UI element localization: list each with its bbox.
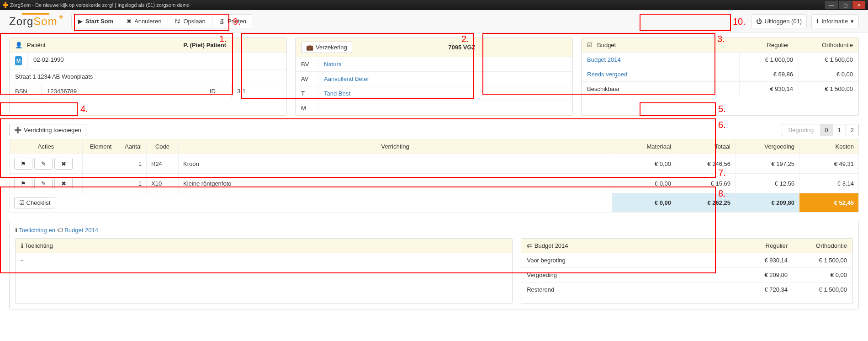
gender-cell: M	[10, 53, 28, 69]
edit-button[interactable]: ✎	[34, 158, 53, 170]
start-som-button[interactable]: ▶ Start Som	[72, 15, 120, 28]
budget-link[interactable]: Budget 2014	[64, 227, 98, 234]
budget2-row-regulier: € 930,14	[734, 253, 793, 267]
address: Straat 1 1234 AB Woonplaats	[10, 69, 286, 84]
toelichting-link[interactable]: Toelichting en	[19, 227, 55, 234]
toelichting-body: -	[16, 253, 512, 303]
printen-button[interactable]: 🖨 Printen	[212, 15, 253, 28]
id-value: 3-1	[232, 84, 286, 98]
edit-button[interactable]: ✎	[34, 177, 53, 189]
th-element: Element	[83, 139, 119, 154]
verzekering-button[interactable]: 💼 Verzekering	[301, 42, 352, 53]
th-verrichting: Verrichting	[179, 139, 612, 154]
budget-row-regulier: € 69,86	[740, 67, 799, 81]
info-icon: ℹ	[21, 242, 23, 249]
check-icon: ☑	[587, 42, 593, 48]
budget2-row-regulier: € 720,34	[734, 282, 793, 297]
budget-row-ortho: € 1.500,00	[799, 53, 858, 67]
gender-badge: M	[15, 56, 22, 65]
info-icon: ℹ	[816, 18, 819, 25]
budget-header: Budget	[597, 42, 725, 48]
budget2-row-ortho: € 1.500,00	[793, 282, 852, 297]
ins-row-value[interactable]: Tand Best	[318, 86, 572, 101]
th-materiaal: Materiaal	[612, 139, 676, 154]
th-code: Code	[147, 139, 179, 154]
tag-icon: 🏷	[57, 227, 63, 234]
pager-page-1[interactable]: 1	[833, 124, 846, 136]
patient-panel: 👤 Patiënt P. (Piet) Patient M 02-02-1990…	[9, 37, 287, 116]
brand-logo: ZorgSom +	[9, 15, 58, 28]
pager-page-0[interactable]: 0	[820, 124, 833, 136]
begroting-pager: 012	[820, 124, 859, 136]
pager-page-2[interactable]: 2	[846, 124, 859, 136]
budget2-row-ortho: € 0,00	[793, 268, 852, 282]
budget-row-label: Beschikbaar	[582, 82, 740, 96]
budget-row-regulier: € 930,14	[740, 82, 799, 96]
user-icon: 👤	[15, 42, 22, 48]
bsn-label: BSN	[10, 84, 42, 98]
print-icon: 🖨	[219, 18, 225, 25]
informatie-dropdown[interactable]: ℹ Informatie ▾	[811, 14, 859, 28]
delete-button[interactable]: ✖	[54, 177, 73, 189]
window-maximize[interactable]: ▢	[839, 1, 852, 9]
window-titlebar: ZorgSom - De nieuwe kijk op verzekerde z…	[0, 0, 868, 10]
budget-h-regulier: Regulier	[730, 42, 789, 48]
budget2-row-regulier: € 209,80	[734, 268, 793, 282]
close-icon: ✖	[127, 18, 132, 25]
ins-row-value[interactable]: Natura	[318, 57, 572, 71]
power-icon: ⏻	[756, 18, 762, 25]
budget-row-label[interactable]: Reeds vergoed	[582, 67, 740, 81]
uitloggen-button[interactable]: ⏻ Uitloggen (01)	[751, 14, 807, 28]
id-label: ID	[204, 84, 232, 98]
save-icon: 🖫	[175, 18, 180, 25]
th-kosten: Kosten	[799, 139, 859, 154]
verrichting-toevoegen-button[interactable]: ➕ Verrichting toevoegen	[9, 124, 86, 136]
budget2-row-label: Voor begroting	[521, 253, 734, 267]
svg-rect-1	[3, 4, 8, 6]
bsn-value: 123456789	[42, 84, 204, 98]
window-title: ZorgSom - De nieuwe kijk op verzekerde z…	[10, 2, 190, 8]
begroting-label: Begroting	[782, 124, 820, 136]
verrichtingen-table: Acties Element Aantal Code Verrichting M…	[9, 139, 859, 213]
budget-h-ortho: Orthodontie	[794, 42, 853, 48]
dob: 02-02-1990	[28, 53, 286, 69]
budget-row-label[interactable]: Budget 2014	[582, 53, 740, 67]
tag-icon: 🏷	[527, 242, 533, 249]
flag-button[interactable]: ⚑	[14, 158, 32, 170]
insurance-title: 7095 VGZ	[448, 44, 475, 51]
th-vergoeding: Vergoeding	[736, 139, 799, 154]
table-row: ⚑ ✎ ✖ 1 R24 Kroon € 0,00 € 246,56 € 197,…	[10, 154, 859, 174]
th-aantal: Aantal	[119, 139, 147, 154]
ins-row-label: M	[296, 101, 318, 115]
table-row: ⚑ ✎ ✖ 1 X10 Kleine röntgenfoto € 0,00 € …	[10, 174, 859, 193]
th-totaal: Totaal	[676, 139, 736, 154]
ins-row-value[interactable]: Aanvullend Beter	[318, 72, 572, 86]
play-icon: ▶	[78, 18, 83, 25]
budget2-row-label: Resterend	[521, 282, 734, 297]
toelichting-panel: ℹ Toelichting -	[15, 238, 513, 304]
delete-button[interactable]: ✖	[54, 158, 73, 170]
ins-row-label: BV	[296, 57, 318, 71]
insurance-panel: 💼 Verzekering 7095 VGZ BV NaturaAV Aanvu…	[295, 37, 573, 116]
ins-row-label: T	[296, 86, 318, 101]
caret-down-icon: ▾	[851, 18, 854, 25]
opslaan-button[interactable]: 🖫 Opslaan	[168, 15, 212, 28]
flag-button[interactable]: ⚑	[14, 177, 32, 189]
briefcase-icon: 💼	[306, 44, 313, 51]
checklist-button[interactable]: ☑ Checklist	[14, 197, 55, 208]
budget2014-panel: 🏷 Budget 2014 Regulier Orthodontie Voor …	[521, 238, 853, 304]
ins-row-label: AV	[296, 72, 318, 86]
budget-row-ortho: € 0,00	[799, 67, 858, 81]
budget2-row-ortho: € 1.500,00	[793, 253, 852, 267]
info-section: ℹ Toelichting en 🏷 Budget 2014 ℹ Toelich…	[9, 221, 859, 309]
plus-icon: ➕	[14, 127, 21, 133]
annuleren-button[interactable]: ✖ Annuleren	[120, 15, 168, 28]
info-icon: ℹ	[15, 227, 17, 234]
budget-row-regulier: € 1.000,00	[740, 53, 799, 67]
patient-label: Patiënt	[27, 42, 45, 48]
window-close[interactable]: ✕	[852, 1, 865, 9]
window-minimize[interactable]: —	[825, 1, 838, 9]
budget2-row-label: Vergoeding	[521, 268, 734, 282]
totaal-kosten-highlight: € 52,45	[799, 193, 859, 213]
toelichting-header: Toelichting	[25, 242, 53, 249]
